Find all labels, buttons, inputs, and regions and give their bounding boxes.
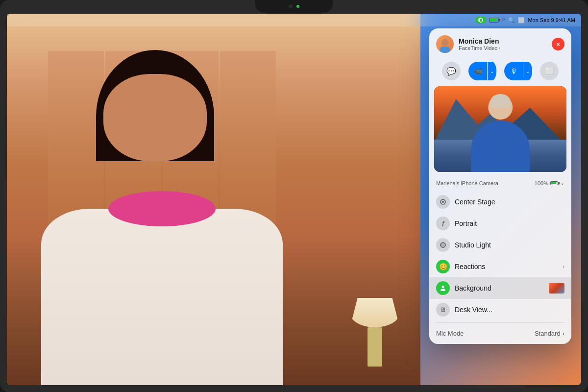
mic-mode-row[interactable]: Mic Mode Standard › <box>429 325 571 342</box>
facetime-panel: Monica Dien FaceTime Video › × 💬 📹 <box>429 28 571 344</box>
person-body <box>41 209 283 385</box>
center-stage-icon <box>436 195 450 209</box>
screen: ⌔ 🔍 ⬜ Mon Sep 9 9:41 AM <box>7 14 581 385</box>
battery-nub <box>499 19 500 22</box>
mic-mode-value: Standard › <box>535 330 564 337</box>
video-chevron-button[interactable]: ⌄ <box>488 62 496 80</box>
spotlight-icon[interactable]: 🔍 <box>508 17 515 24</box>
menu-item-reactions[interactable]: 😊 Reactions › <box>429 256 571 277</box>
menu-item-desk-view[interactable]: 🖥 Desk View... <box>429 299 571 320</box>
facetime-menu-indicator[interactable] <box>475 17 486 24</box>
svg-point-4 <box>442 286 444 288</box>
wifi-icon[interactable]: ⌔ <box>502 17 505 24</box>
chat-icon: 💬 <box>446 67 456 76</box>
remote-person-body <box>471 121 530 172</box>
battery-indicator <box>489 18 499 23</box>
video-button[interactable]: 📹 <box>468 62 487 80</box>
reactions-label: Reactions <box>455 263 563 270</box>
remote-person-head <box>488 95 513 120</box>
chat-button[interactable]: 💬 <box>442 62 461 80</box>
contact-call-type[interactable]: FaceTime Video › <box>459 45 552 51</box>
local-video-area <box>7 14 420 385</box>
background-person-svg <box>440 285 446 292</box>
background-thumb-image <box>549 283 564 294</box>
video-control-group: 📹 ⌄ <box>468 62 496 80</box>
studio-light-icon <box>436 238 450 252</box>
mic-chevron-button[interactable]: ⌄ <box>523 62 532 80</box>
studio-light-svg <box>440 242 446 248</box>
play-triangle <box>480 19 482 22</box>
mic-mode-standard: Standard <box>535 330 561 337</box>
camera-indicator-light <box>296 5 299 8</box>
avatar-head <box>441 39 448 46</box>
desk-view-icon: 🖥 <box>436 303 450 317</box>
portrait-label: Portrait <box>455 220 564 227</box>
battery-percentage: 100% <box>535 180 548 186</box>
screen-share-button[interactable]: ⬜ <box>540 62 559 80</box>
separator <box>436 322 564 323</box>
contact-avatar <box>436 35 454 53</box>
mic-button[interactable]: 🎙 <box>504 62 523 80</box>
controls-row: 💬 📹 ⌄ 🎙 ⌄ <box>429 58 571 86</box>
room-lamp <box>350 298 399 367</box>
menu-item-portrait[interactable]: f Portrait <box>429 213 571 234</box>
video-dropdown-chevron: ⌄ <box>490 69 494 74</box>
mac-bezel: ⌔ 🔍 ⬜ Mon Sep 9 9:41 AM <box>0 0 588 392</box>
camera-menu-items: Center Stage f Portrait Studio Light <box>429 189 571 344</box>
call-type-label: FaceTime Video <box>459 45 497 51</box>
panel-header: Monica Dien FaceTime Video › × <box>429 28 571 58</box>
remote-person-hair <box>490 94 510 108</box>
video-battery-nub <box>558 182 560 184</box>
video-battery-info: 100% ⌄ <box>535 180 564 186</box>
video-battery-fill <box>551 182 556 184</box>
menu-bar: ⌔ 🔍 ⬜ Mon Sep 9 9:41 AM <box>7 14 581 26</box>
reactions-chevron: › <box>563 263 564 270</box>
screen-share-icon: ⬜ <box>545 67 554 75</box>
background-label: Background <box>455 284 545 292</box>
battery-bar <box>489 18 499 23</box>
camera-dot <box>289 4 293 8</box>
call-type-chevron: › <box>498 46 500 50</box>
mic-mode-chevron: › <box>563 330 564 337</box>
background-icon <box>436 281 450 295</box>
svg-point-1 <box>442 201 444 203</box>
mic-control-group: 🎙 ⌄ <box>504 62 532 80</box>
studio-light-label: Studio Light <box>455 241 564 249</box>
lamp-shade <box>350 298 399 327</box>
center-stage-label: Center Stage <box>455 198 564 206</box>
portrait-icon: f <box>436 217 450 230</box>
remote-person-figure <box>457 95 543 172</box>
screen-mirroring-icon[interactable]: ⬜ <box>518 17 525 24</box>
menubar-datetime: Mon Sep 9 9:41 AM <box>528 17 575 23</box>
camera-source-bar: Marlena's iPhone Camera 100% ⌄ <box>429 177 571 189</box>
mic-dropdown-chevron: ⌄ <box>526 69 530 74</box>
desk-view-label: Desk View... <box>455 306 564 314</box>
svg-point-2 <box>441 243 445 247</box>
reactions-icon: 😊 <box>436 260 450 273</box>
facetime-video-icon <box>478 18 483 23</box>
camera-source-label: Marlena's iPhone Camera <box>436 180 498 186</box>
video-battery-bar <box>550 181 558 185</box>
remote-video-feed <box>434 86 566 172</box>
menu-bar-right-items: ⌔ 🔍 ⬜ Mon Sep 9 9:41 AM <box>475 17 575 24</box>
expand-icon[interactable]: ⌄ <box>560 180 564 186</box>
svg-point-3 <box>442 244 444 246</box>
menu-item-studio-light[interactable]: Studio Light <box>429 234 571 256</box>
video-icon: 📹 <box>474 67 482 75</box>
mic-icon: 🎙 <box>510 67 517 75</box>
contact-info: Monica Dien FaceTime Video › <box>459 37 552 51</box>
avatar-figure <box>440 38 450 53</box>
local-person-figure <box>27 32 296 385</box>
avatar-body <box>440 47 450 53</box>
menu-item-background[interactable]: Background <box>429 277 571 299</box>
mic-mode-label: Mic Mode <box>436 330 464 337</box>
battery-fill <box>490 19 497 22</box>
menu-item-center-stage[interactable]: Center Stage <box>429 191 571 213</box>
close-button[interactable]: × <box>552 38 564 50</box>
center-stage-svg <box>440 198 446 205</box>
contact-name: Monica Dien <box>459 37 552 46</box>
lamp-base <box>368 327 382 367</box>
camera-notch <box>255 0 333 13</box>
person-head <box>81 50 229 209</box>
person-face <box>103 74 207 161</box>
